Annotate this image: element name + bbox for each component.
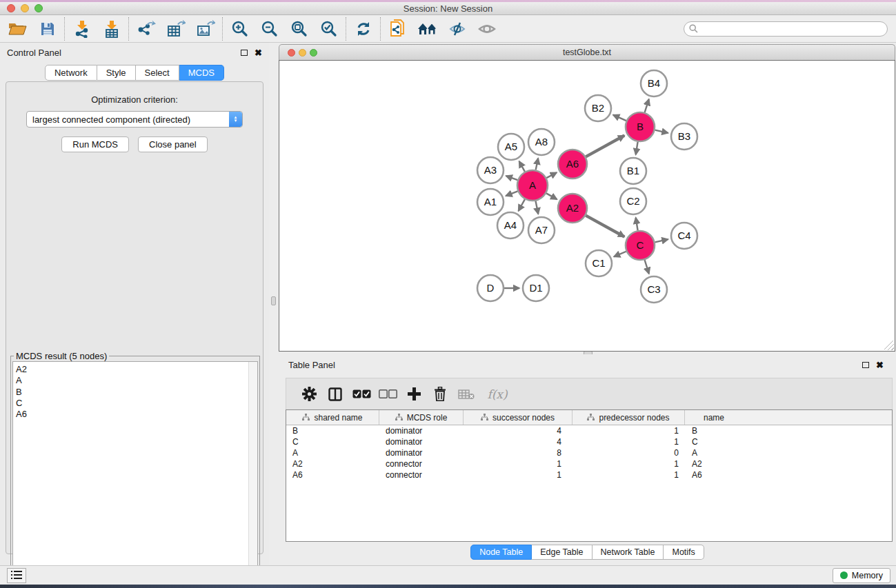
show-all-eye-icon[interactable] xyxy=(472,17,501,41)
hide-selected-eye-icon[interactable] xyxy=(442,17,472,41)
graph-edge-A-A2[interactable] xyxy=(546,193,557,199)
graph-edge-A-A1[interactable] xyxy=(506,191,517,196)
graph-node-A2[interactable]: A2 xyxy=(558,194,587,223)
node-table[interactable]: shared name MCDS role successor nodes pr… xyxy=(286,409,893,542)
column-header-name[interactable]: name xyxy=(685,410,743,425)
show-columns-icon[interactable] xyxy=(322,387,348,401)
zoom-selected-icon[interactable] xyxy=(314,17,344,41)
result-item[interactable]: A2 xyxy=(16,364,257,375)
result-item[interactable]: B xyxy=(16,387,257,398)
memory-button[interactable]: Memory xyxy=(833,568,890,583)
table-row[interactable]: A2connector11A2 xyxy=(286,458,892,469)
import-network-icon[interactable] xyxy=(67,17,97,41)
graph-edge-A-A3[interactable] xyxy=(506,176,518,180)
graph-edge-B-B4[interactable] xyxy=(645,99,649,112)
column-header-predecessor-nodes[interactable]: predecessor nodes xyxy=(573,410,685,425)
graph-node-A1[interactable]: A1 xyxy=(477,189,504,215)
delete-column-trash-icon[interactable] xyxy=(427,387,453,401)
run-mcds-button[interactable]: Run MCDS xyxy=(61,136,129,152)
tab-mcds[interactable]: MCDS xyxy=(179,65,224,81)
close-panel-icon[interactable]: ✖ xyxy=(255,48,262,57)
graph-node-C1[interactable]: C1 xyxy=(586,250,612,276)
graph-edge-C-C3[interactable] xyxy=(645,260,649,274)
graph-node-A8[interactable]: A8 xyxy=(528,129,555,155)
result-item[interactable]: A6 xyxy=(16,409,257,420)
network-canvas[interactable]: B4B2BB3A8A5A6A3B1AC2A1A2A4A7C4CC1C3DD1 xyxy=(279,60,895,352)
graph-node-D1[interactable]: D1 xyxy=(523,275,549,301)
float-panel-icon[interactable] xyxy=(241,50,248,56)
refresh-layout-icon[interactable] xyxy=(348,17,378,41)
graph-node-B2[interactable]: B2 xyxy=(585,95,611,121)
result-item[interactable]: A xyxy=(16,375,257,386)
graph-edge-C-C1[interactable] xyxy=(614,252,626,257)
graph-edge-A-A7[interactable] xyxy=(536,201,539,214)
tab-motifs[interactable]: Motifs xyxy=(664,545,704,560)
graph-edge-A-A8[interactable] xyxy=(536,159,539,170)
add-column-icon[interactable] xyxy=(401,387,427,401)
function-builder-button[interactable]: f(x) xyxy=(479,387,515,401)
column-header-shared-name[interactable]: shared name xyxy=(286,410,379,425)
select-all-checks-icon[interactable] xyxy=(348,389,375,398)
graph-edge-A2-C[interactable] xyxy=(586,216,624,237)
tab-network-table[interactable]: Network Table xyxy=(593,545,664,560)
graph-node-A7[interactable]: A7 xyxy=(528,217,555,243)
home-icon[interactable] xyxy=(412,17,442,41)
network-window-titlebar[interactable]: testGlobe.txt xyxy=(279,44,895,60)
table-row[interactable]: Bdominator41B xyxy=(286,425,892,436)
tab-style[interactable]: Style xyxy=(97,65,136,81)
open-file-icon[interactable] xyxy=(3,17,32,41)
new-network-from-selection-icon[interactable] xyxy=(383,17,412,41)
graph-node-C2[interactable]: C2 xyxy=(620,188,646,214)
graph-edge-B-B2[interactable] xyxy=(613,115,626,121)
graph-node-B[interactable]: B xyxy=(626,112,655,141)
graph-node-B4[interactable]: B4 xyxy=(641,70,667,97)
delete-table-icon[interactable] xyxy=(453,389,479,400)
optimization-criterion-select[interactable]: largest connected component (directed) ▲… xyxy=(26,111,243,128)
graph-node-D[interactable]: D xyxy=(477,275,504,301)
search-input[interactable] xyxy=(701,24,887,34)
export-network-icon[interactable] xyxy=(131,17,161,41)
result-list-scrollbar[interactable] xyxy=(248,362,257,580)
column-header-successor-nodes[interactable]: successor nodes xyxy=(464,410,573,425)
export-table-icon[interactable] xyxy=(161,17,190,41)
import-table-icon[interactable] xyxy=(97,17,126,41)
float-table-panel-icon[interactable] xyxy=(862,362,869,368)
table-row[interactable]: A6connector11A6 xyxy=(286,469,892,480)
close-panel-button[interactable]: Close panel xyxy=(138,136,208,152)
zoom-out-icon[interactable] xyxy=(255,17,284,41)
deselect-all-checks-icon[interactable] xyxy=(375,389,401,398)
task-history-button[interactable] xyxy=(7,568,26,583)
graph-node-B1[interactable]: B1 xyxy=(620,158,646,184)
graph-edge-A-A4[interactable] xyxy=(519,199,525,211)
graph-node-A4[interactable]: A4 xyxy=(497,212,524,239)
graph-node-C4[interactable]: C4 xyxy=(671,223,697,249)
graph-edge-C-C2[interactable] xyxy=(636,218,638,231)
graph-edge-A-A6[interactable] xyxy=(546,172,557,178)
graph-node-B3[interactable]: B3 xyxy=(671,123,697,150)
graph-node-A3[interactable]: A3 xyxy=(477,157,504,183)
graph-edge-C-C4[interactable] xyxy=(655,239,668,242)
close-table-panel-icon[interactable]: ✖ xyxy=(876,361,884,369)
table-options-gear-icon[interactable] xyxy=(296,387,322,401)
tab-edge-table[interactable]: Edge Table xyxy=(532,545,592,560)
save-session-icon[interactable] xyxy=(32,17,62,41)
table-row[interactable]: Adominator80A xyxy=(286,447,892,458)
graph-edge-B-B3[interactable] xyxy=(655,130,668,133)
zoom-in-icon[interactable] xyxy=(225,17,255,41)
graph-node-A6[interactable]: A6 xyxy=(558,150,587,179)
graph-node-C3[interactable]: C3 xyxy=(641,276,667,303)
tab-network[interactable]: Network xyxy=(45,65,97,81)
export-image-icon[interactable] xyxy=(190,17,220,41)
window-resize-grip[interactable] xyxy=(884,341,894,350)
graph-node-A5[interactable]: A5 xyxy=(498,134,524,160)
graph-edge-B-B1[interactable] xyxy=(636,142,638,155)
zoom-fit-icon[interactable] xyxy=(284,17,314,41)
graph-edge-A6-B[interactable] xyxy=(586,136,624,157)
result-item[interactable]: C xyxy=(16,398,257,409)
mcds-result-list[interactable]: A2 A B C A6 xyxy=(12,361,258,580)
graph-edge-A-A5[interactable] xyxy=(519,161,525,172)
vertical-splitter-handle[interactable] xyxy=(271,296,276,305)
table-row[interactable]: Cdominator41C xyxy=(286,436,892,447)
graph-node-A[interactable]: A xyxy=(517,170,548,201)
search-input-box[interactable] xyxy=(684,21,888,37)
